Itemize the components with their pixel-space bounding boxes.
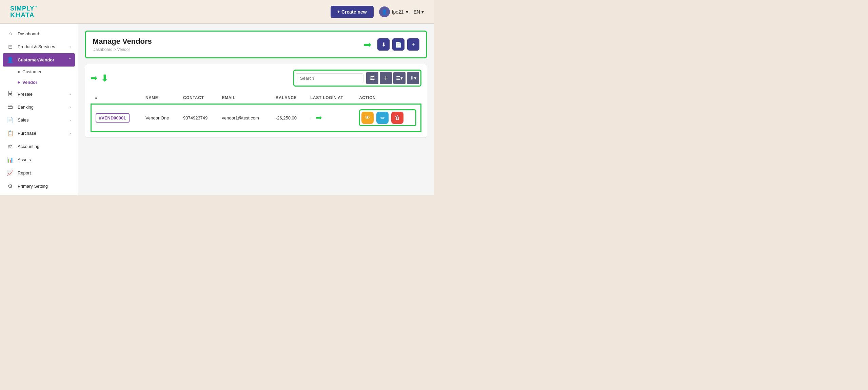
lang-chevron-icon: ▾ (421, 9, 424, 15)
chevron-right-icon: › (70, 105, 71, 109)
sidebar-item-purchase[interactable]: 📋 Purchase › (0, 127, 78, 140)
breadcrumb-separator: > (114, 47, 116, 52)
header-right: + Create new 👤 fpo21 ▾ EN ▾ (331, 6, 424, 18)
dot-icon (18, 81, 20, 83)
sidebar-item-label: Dashboard (18, 31, 71, 36)
language-menu[interactable]: EN ▾ (414, 9, 424, 15)
sidebar-item-label: Primary Setting (18, 184, 71, 189)
trash-icon: 🗑 (395, 115, 400, 121)
user-menu[interactable]: 👤 fpo21 ▾ (379, 6, 408, 17)
move-icon: ✛ (384, 75, 388, 81)
col-header-last-login: LAST LOGIN AT (306, 92, 355, 104)
sidebar-item-primary-setting[interactable]: ⚙ Primary Setting (0, 180, 78, 193)
sidebar-sub-item-vendor[interactable]: Vendor (0, 77, 78, 88)
sidebar-item-label: Purchase (18, 131, 65, 136)
sidebar-item-presale[interactable]: 🗄 Presale › (0, 88, 78, 100)
page-title-area: Manage Vendors Dashboard > Vendor (93, 37, 152, 52)
move-button[interactable]: ✛ (380, 72, 392, 84)
content-area: ➡ ⬇ 🖼 ✛ ☰▾ (85, 64, 427, 138)
vendors-table: # NAME CONTACT EMAIL BALANCE LAST LOGIN … (91, 92, 421, 132)
sidebar-item-assets[interactable]: 📊 Assets (0, 153, 78, 166)
export-csv-icon: 📄 (395, 41, 402, 48)
row-right-arrow-icon: ➡ (316, 113, 322, 122)
sidebar-item-product-services[interactable]: ⊟ Product & Services › (0, 40, 78, 53)
user-chevron-icon: ▾ (406, 9, 408, 15)
delete-vendor-button[interactable]: 🗑 (391, 112, 403, 124)
export-pdf-button[interactable]: ⬇ (377, 38, 390, 51)
sidebar-item-sales[interactable]: 📄 Sales › (0, 113, 78, 127)
col-header-email: EMAIL (218, 92, 271, 104)
col-header-contact: CONTACT (179, 92, 218, 104)
sidebar-item-customer-vendor[interactable]: 👤 Customer/Vendor ˅ (3, 53, 75, 67)
search-bar: 🖼 ✛ ☰▾ ⬇▾ (293, 70, 421, 87)
chevron-right-icon: › (70, 44, 71, 49)
table-row: #VEND00001 Vendor One 9374923749 vendor1… (91, 104, 421, 132)
toolbar-left: ➡ ⬇ (91, 73, 108, 84)
action-buttons: 👁 ✏ 🗑 (359, 109, 416, 126)
export-csv-button[interactable]: 📄 (392, 38, 405, 51)
chevron-right-icon: › (70, 131, 71, 136)
sidebar-item-label: Presale (18, 92, 65, 97)
image-view-button[interactable]: 🖼 (366, 72, 378, 84)
toolbar-buttons: 🖼 ✛ ☰▾ ⬇▾ (366, 72, 419, 84)
primary-setting-icon: ⚙ (7, 183, 14, 189)
user-name: fpo21 (392, 9, 404, 15)
chevron-right-icon: › (70, 118, 71, 123)
app-logo: SIMPLY™ KHATA (10, 5, 38, 18)
sidebar: ⌂ Dashboard ⊟ Product & Services › 👤 Cus… (0, 24, 78, 195)
sidebar-item-label: Customer/Vendor (18, 57, 65, 62)
col-header-action: ACTION (355, 92, 421, 104)
list-icon: ☰▾ (396, 75, 403, 81)
download-button[interactable]: ⬇▾ (407, 72, 419, 84)
edit-vendor-button[interactable]: ✏ (376, 112, 389, 124)
sidebar-item-label: Vendor (22, 80, 37, 85)
edit-icon: ✏ (380, 115, 385, 121)
plus-icon: + (412, 41, 415, 48)
sidebar-item-accounting[interactable]: ⚖ Accounting (0, 140, 78, 153)
sidebar-item-label: Customer (22, 69, 41, 74)
vendor-id-badge[interactable]: #VEND00001 (96, 113, 130, 123)
down-arrow-icon: ⬇ (101, 73, 108, 84)
right-arrow-icon: ➡ (363, 39, 371, 50)
customer-vendor-icon: 👤 (7, 57, 14, 63)
sidebar-item-fpo-setting[interactable]: ⚙ FPO Setting (0, 193, 78, 195)
vendor-last-login-cell: - ➡ (306, 104, 355, 132)
export-pdf-icon: ⬇ (381, 41, 386, 48)
sidebar-item-label: Assets (18, 157, 71, 162)
logo-khata: KHATA (10, 12, 38, 18)
view-vendor-button[interactable]: 👁 (361, 112, 374, 124)
add-vendor-button[interactable]: + (407, 38, 419, 51)
presale-icon: 🗄 (7, 91, 14, 97)
vendor-email-cell: vendor1@test.com (218, 104, 271, 132)
download-icon: ⬇▾ (410, 75, 416, 81)
logo-simply: SIMPLY™ (10, 5, 38, 12)
banking-icon: 🗃 (7, 104, 14, 110)
home-icon: ⌂ (7, 31, 14, 37)
breadcrumb: Dashboard > Vendor (93, 47, 152, 52)
breadcrumb-current: Vendor (117, 47, 130, 52)
search-input[interactable] (296, 73, 363, 83)
product-icon: ⊟ (7, 43, 14, 50)
header-actions: ➡ ⬇ 📄 + (363, 38, 419, 51)
breadcrumb-home[interactable]: Dashboard (93, 47, 113, 52)
vendor-action-cell: 👁 ✏ 🗑 (355, 104, 421, 132)
purchase-icon: 📋 (7, 130, 14, 136)
sidebar-sub-item-customer[interactable]: Customer (0, 67, 78, 77)
app-header: SIMPLY™ KHATA + Create new 👤 fpo21 ▾ EN … (0, 0, 434, 24)
sidebar-item-report[interactable]: 📈 Report (0, 166, 78, 180)
sales-icon: 📄 (7, 117, 14, 123)
list-view-button[interactable]: ☰▾ (393, 72, 406, 84)
main-content: Manage Vendors Dashboard > Vendor ➡ ⬇ 📄 … (78, 24, 434, 195)
create-new-button[interactable]: + Create new (331, 6, 374, 18)
image-icon: 🖼 (370, 75, 375, 81)
page-header: Manage Vendors Dashboard > Vendor ➡ ⬇ 📄 … (85, 31, 427, 58)
page-title: Manage Vendors (93, 37, 152, 46)
sidebar-item-dashboard[interactable]: ⌂ Dashboard (0, 27, 78, 40)
chevron-right-icon: › (70, 92, 71, 96)
col-header-balance: BALANCE (272, 92, 306, 104)
chevron-down-icon: ˅ (69, 58, 71, 62)
sidebar-item-label: Accounting (18, 144, 71, 149)
accounting-icon: ⚖ (7, 143, 14, 150)
sidebar-item-banking[interactable]: 🗃 Banking › (0, 100, 78, 113)
vendor-name-cell: Vendor One (141, 104, 179, 132)
